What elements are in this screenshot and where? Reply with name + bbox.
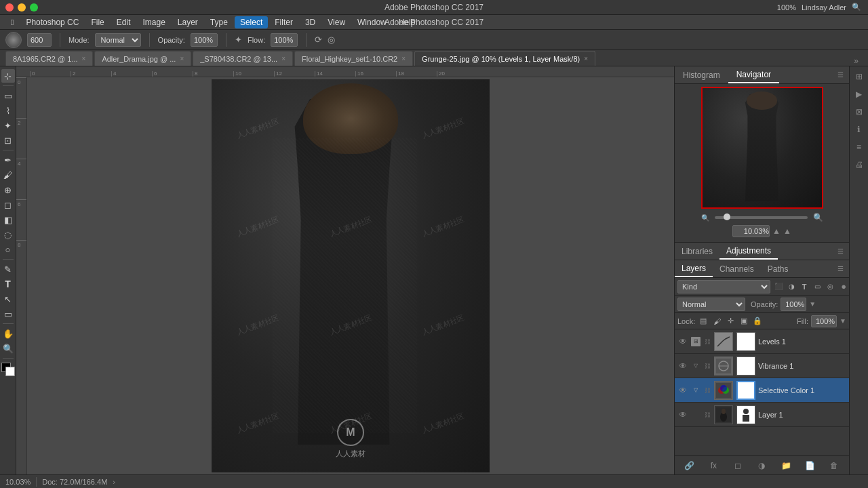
tab-close-3[interactable]: × [401,55,406,62]
layer-link-selective-color[interactable]: ⛓ [703,387,711,394]
layers-panel-menu-btn[interactable]: ☰ [837,265,844,272]
tab-adjustments[interactable]: Adjustments [719,243,778,260]
opacity-value-input[interactable] [781,298,806,311]
fill-value-input[interactable] [811,315,837,327]
tab-close-2[interactable]: × [281,55,285,62]
kind-shape-icon[interactable]: ▭ [812,281,823,292]
kind-smart-icon[interactable]: ◎ [825,281,835,292]
tool-marquee[interactable]: ▭ [1,89,15,102]
airbrush-icon[interactable]: ⟳ [315,35,322,45]
tab-close-0[interactable]: × [82,55,86,62]
menu-apple[interactable]:  [5,16,19,28]
lock-position-icon[interactable]: ✛ [725,316,736,327]
tab-1[interactable]: Adler_Drama.jpg @ ... × [94,51,191,66]
tab-channels[interactable]: Channels [713,262,761,277]
maximize-button[interactable] [30,3,38,12]
layer-row-selective-color[interactable]: 👁 ▽ ⛓ Selective Color 1 [675,378,849,403]
right-icon-6[interactable]: 🖨 [852,157,867,172]
menu-photoshop[interactable]: Photoshop CC [20,16,84,28]
right-icon-1[interactable]: ⊞ [852,69,867,84]
tab-close-4[interactable]: × [584,55,588,62]
traffic-lights[interactable] [5,3,38,12]
tool-move[interactable]: ⊹ [1,69,15,83]
new-layer-btn[interactable]: 📄 [804,459,817,472]
tab-navigator[interactable]: Navigator [728,67,779,83]
blend-mode-select[interactable]: Normal Multiply Screen [95,33,141,47]
menu-image[interactable]: Image [137,16,170,28]
kind-adjustment-icon[interactable]: ◑ [786,281,797,292]
tool-blur[interactable]: ◌ [1,228,15,241]
tab-0[interactable]: 8A1965.CR2 @ 1... × [5,51,93,66]
canvas-content[interactable]: 人人素材社区 人人素材社区 人人素材社区 人人素材社区 人人素材社区 人人素材社… [27,77,674,474]
tab-close-1[interactable]: × [180,55,184,62]
tool-hand[interactable]: ✋ [1,327,15,340]
tab-histogram[interactable]: Histogram [675,68,728,83]
lock-image-icon[interactable]: 🖌 [711,316,722,327]
right-icon-2[interactable]: ▶ [852,87,867,102]
menu-edit[interactable]: Edit [111,16,136,28]
panel-menu-icon[interactable]: ☰ [837,71,844,79]
tool-gradient[interactable]: ◧ [1,213,15,226]
right-icon-4[interactable]: ℹ [852,122,867,137]
tool-zoom[interactable]: 🔍 [1,342,15,355]
tool-clone[interactable]: ⊕ [1,183,15,197]
zoom-value-input[interactable] [732,225,770,237]
tool-lasso[interactable]: ⌇ [1,104,15,117]
brush-preview[interactable] [5,32,22,48]
foreground-color[interactable] [1,363,15,376]
layer-row-levels[interactable]: 👁 ⊞ ⛓ Levels 1 [675,329,849,354]
tool-brush[interactable]: 🖌 [1,168,15,182]
link-layers-btn[interactable]: 🔗 [683,459,696,472]
add-style-btn[interactable]: fx [707,459,720,472]
tab-layers[interactable]: Layers [675,261,713,277]
layer-eye-selective-color[interactable]: 👁 [677,385,688,396]
new-group-btn[interactable]: 📁 [779,459,793,472]
layer-eye-vibrance[interactable]: 👁 [677,361,688,371]
zoom-down-btn[interactable]: ▲ [783,226,791,236]
tool-quickselect[interactable]: ✦ [1,119,15,132]
add-mask-btn[interactable]: ◻ [731,459,745,472]
layer-link-vibrance[interactable]: ⛓ [703,363,711,369]
layer-filter-on-icon[interactable]: ● [841,281,846,291]
blend-mode-select[interactable]: Normal Multiply Screen Overlay [677,298,745,311]
photo-canvas[interactable]: 人人素材社区 人人素材社区 人人素材社区 人人素材社区 人人素材社区 人人素材社… [212,79,490,472]
menu-view[interactable]: View [322,16,351,28]
tabs-more-button[interactable]: » [850,56,863,66]
lock-transparent-icon[interactable]: ▤ [698,316,709,327]
delete-layer-btn[interactable]: 🗑 [827,459,841,472]
layer-link-levels[interactable]: ⛓ [703,338,711,345]
tool-shape[interactable]: ▭ [1,307,15,321]
nav-zoom-up-icon[interactable]: 🔍 [813,213,823,222]
menu-filter[interactable]: Filter [269,16,298,28]
kind-text-icon[interactable]: T [799,281,810,292]
tool-text[interactable]: T [1,277,15,291]
layer-eye-levels[interactable]: 👁 [677,336,688,347]
navigator-thumbnail[interactable] [701,87,823,209]
menu-3d[interactable]: 3D [300,16,321,28]
close-button[interactable] [5,3,14,12]
tab-paths[interactable]: Paths [761,262,795,277]
tab-4[interactable]: Grunge-25.jpg @ 10% (Levels 1, Layer Mas… [414,51,595,66]
layer-kind-select[interactable]: Kind [677,280,770,293]
tool-pen[interactable]: ✎ [1,262,15,276]
kind-pixel-icon[interactable]: ⬛ [773,281,784,292]
layer-row-background[interactable]: 👁 ⛓ Layer 1 [675,403,849,427]
zoom-up-btn[interactable]: ▲ [772,226,781,236]
panel-menu-btn[interactable]: ☰ [837,247,844,255]
nav-zoom-down-icon[interactable]: 🔍 [701,214,709,222]
right-icon-3[interactable]: ⊠ [852,104,867,119]
tool-eraser[interactable]: ◻ [1,198,15,211]
status-arrow[interactable]: › [113,478,115,486]
search-icon[interactable]: 🔍 [852,3,861,12]
tool-path-select[interactable]: ↖ [1,292,15,306]
minimize-button[interactable] [18,3,26,12]
menu-type[interactable]: Type [205,16,233,28]
brush-size-input[interactable] [27,33,52,47]
flow-input[interactable] [271,33,298,47]
tool-crop[interactable]: ⊡ [1,134,15,147]
fill-chevron[interactable]: ▼ [840,317,846,325]
menu-file[interactable]: File [85,16,109,28]
layer-eye-background[interactable]: 👁 [677,409,688,420]
tab-3[interactable]: Floral_Highkey_set1-10.CR2 × [294,51,413,66]
menu-select[interactable]: Select [235,16,268,28]
